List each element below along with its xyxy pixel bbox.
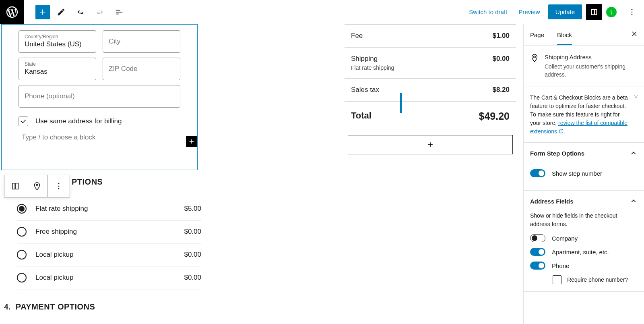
tax-row: Sales tax $8.20 [345, 79, 516, 102]
chevron-up-icon [630, 197, 638, 205]
apartment-toggle[interactable] [530, 248, 545, 256]
close-icon [633, 93, 639, 100]
shipping-option-row[interactable]: Free shipping $0.00 [17, 220, 201, 243]
phone-field[interactable]: Phone (optional) [19, 85, 180, 108]
close-icon [630, 30, 638, 38]
block-description: Collect your customer's shipping address… [545, 63, 638, 79]
plus-icon [38, 8, 47, 17]
state-field[interactable]: State Kansas [19, 58, 96, 80]
fee-row: Fee $1.00 [345, 25, 516, 48]
preview-link[interactable]: Preview [513, 8, 545, 15]
block-location-button[interactable] [26, 175, 48, 197]
shipping-row: Shipping Flat rate shipping $0.00 [345, 48, 516, 79]
shipping-name: Local pickup [35, 274, 175, 282]
dismiss-notice-button[interactable] [633, 93, 639, 102]
shipping-name: Free shipping [35, 228, 175, 236]
svg-point-3 [632, 11, 633, 12]
jetpack-button[interactable] [606, 7, 617, 17]
shipping-option-row[interactable]: Flat rate shipping $5.00 [17, 197, 201, 220]
kebab-icon [54, 182, 63, 191]
list-view-icon [115, 8, 124, 17]
sidebar-tabs: Page Block [524, 24, 644, 46]
address-fields-panel[interactable]: Address Fields [524, 191, 644, 212]
company-toggle[interactable] [530, 234, 545, 242]
tab-page[interactable]: Page [530, 24, 544, 45]
block-more-button[interactable] [48, 175, 70, 197]
external-link-icon [559, 129, 564, 134]
shipping-name: Flat rate shipping [35, 205, 175, 213]
require-phone-label: Require phone number? [567, 276, 628, 283]
city-placeholder: City [109, 37, 174, 46]
columns-icon [11, 182, 20, 191]
switch-to-draft-link[interactable]: Switch to draft [463, 8, 513, 15]
close-sidebar-button[interactable] [630, 30, 638, 39]
block-inspector-header: Shipping Address Collect your customer's… [524, 46, 644, 87]
update-button[interactable]: Update [548, 4, 582, 19]
phone-placeholder: Phone (optional) [25, 92, 174, 100]
sidebar-icon [590, 8, 599, 17]
svg-point-9 [58, 188, 60, 189]
redo-icon [95, 8, 104, 17]
form-step-options-panel[interactable]: Form Step Options [524, 143, 644, 164]
show-step-number-toggle[interactable] [530, 169, 545, 177]
shipping-radio[interactable] [17, 227, 27, 237]
add-block-button[interactable] [35, 5, 50, 19]
require-phone-checkbox[interactable] [553, 275, 561, 284]
document-overview-button[interactable] [111, 4, 127, 20]
resize-handle[interactable] [400, 93, 402, 113]
location-pin-icon [530, 54, 539, 62]
shipping-radio[interactable] [17, 204, 27, 214]
jetpack-icon [609, 9, 614, 15]
more-options-button[interactable] [624, 4, 640, 20]
shipping-radio[interactable] [17, 250, 27, 260]
show-step-label: Show step number [552, 170, 602, 177]
block-appender-placeholder: Type / to choose a block [22, 133, 95, 141]
shipping-option-row[interactable]: Local pickup $0.00 [17, 266, 201, 289]
company-label: Company [552, 235, 578, 242]
block-type-button[interactable] [4, 175, 26, 197]
shipping-option-row[interactable]: Local pickup $0.00 [17, 243, 201, 266]
tab-block[interactable]: Block [557, 24, 572, 45]
undo-button[interactable] [72, 4, 89, 20]
block-appender-plus[interactable] [186, 136, 197, 147]
same-billing-label: Use same address for billing [35, 117, 122, 125]
summary-add-block-button[interactable] [348, 135, 513, 154]
payment-options-heading: 4. PAYMENT OPTIONS [4, 302, 95, 312]
phone-toggle[interactable] [530, 262, 545, 270]
state-value: Kansas [25, 68, 90, 76]
shipping-address-block[interactable]: Country/Region United States (US) City S… [1, 24, 198, 170]
phone-label: Phone [552, 262, 569, 269]
svg-point-2 [632, 9, 633, 10]
shipping-radio[interactable] [17, 273, 27, 282]
settings-sidebar: Page Block Shipping Address Collect your… [523, 24, 644, 324]
block-appender[interactable]: Type / to choose a block [19, 133, 180, 141]
edit-mode-button[interactable] [53, 4, 69, 20]
shipping-options-heading: PTIONS [72, 177, 103, 187]
shipping-price: $0.00 [184, 251, 201, 259]
svg-point-8 [58, 186, 60, 187]
location-pin-icon [33, 182, 41, 191]
total-row: Total $49.20 [345, 102, 516, 131]
city-field[interactable]: City [103, 30, 180, 53]
tax-label: Sales tax [351, 86, 379, 94]
same-billing-checkbox[interactable] [19, 116, 28, 126]
shipping-label: Shipping Flat rate shipping [351, 55, 394, 71]
svg-point-7 [58, 183, 60, 184]
check-icon [20, 118, 27, 125]
fee-label: Fee [351, 32, 363, 40]
address-fields-title: Address Fields [530, 198, 574, 205]
beta-notice: The Cart & Checkout Blocks are a beta fe… [524, 87, 644, 143]
chevron-up-icon [630, 149, 638, 157]
shipping-options-list: Flat rate shipping $5.00 Free shipping $… [17, 197, 201, 289]
undo-icon [76, 8, 85, 17]
zip-field[interactable]: ZIP Code [103, 58, 180, 80]
country-value: United States (US) [25, 40, 90, 48]
shipping-name: Local pickup [35, 251, 175, 259]
zip-placeholder: ZIP Code [109, 65, 174, 73]
address-fields-hint: Show or hide fields in the checkout addr… [530, 212, 638, 228]
settings-sidebar-toggle[interactable] [586, 4, 602, 20]
wordpress-logo[interactable] [0, 0, 24, 24]
payment-title: PAYMENT OPTIONS [16, 302, 95, 312]
form-step-options-title: Form Step Options [530, 150, 584, 157]
country-field[interactable]: Country/Region United States (US) [19, 30, 96, 53]
